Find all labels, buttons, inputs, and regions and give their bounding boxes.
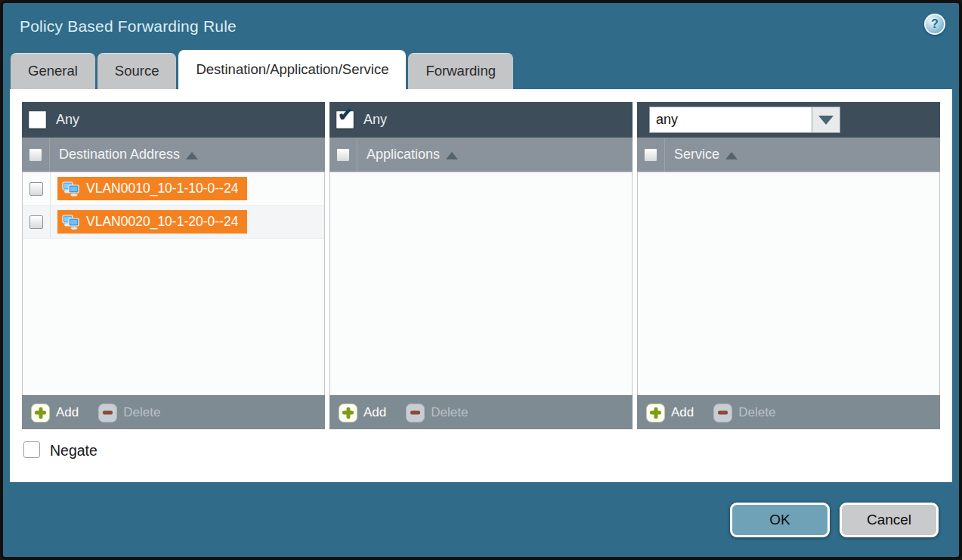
- chevron-down-icon: [818, 116, 834, 125]
- tab-forwarding[interactable]: Forwarding: [408, 53, 513, 89]
- applications-toolbar: Add Delete: [329, 395, 633, 429]
- tab-content-panel: Any Destination Address: [10, 89, 952, 482]
- delete-label: Delete: [123, 405, 160, 420]
- tab-destination-application-service[interactable]: Destination/Application/Service: [178, 50, 406, 89]
- header-checkbox-cell: [22, 138, 50, 172]
- service-dropdown: [649, 107, 840, 133]
- sort-asc-icon[interactable]: [446, 152, 458, 159]
- applications-column: ✔ Any Applications Add: [329, 102, 633, 429]
- columns-container: Any Destination Address: [22, 102, 940, 429]
- applications-any-checkbox[interactable]: ✔: [336, 111, 354, 128]
- service-list[interactable]: [637, 172, 940, 395]
- header-checkbox-cell: [637, 138, 665, 172]
- network-computers-icon: [62, 215, 80, 230]
- table-row[interactable]: VLAN0020_10-1-20-0--24: [23, 206, 324, 239]
- minus-icon: [98, 404, 117, 422]
- plus-icon: [339, 404, 357, 422]
- destination-toolbar: Add Delete: [22, 395, 325, 429]
- service-column: Service Add Delete: [637, 102, 940, 429]
- applications-any-bar: ✔ Any: [329, 102, 633, 138]
- column-header-label[interactable]: Destination Address: [50, 147, 180, 162]
- delete-button[interactable]: Delete: [406, 404, 468, 422]
- check-icon: ✔: [338, 106, 353, 124]
- add-button[interactable]: Add: [646, 404, 694, 422]
- address-label: VLAN0020_10-1-20-0--24: [86, 214, 238, 230]
- add-button[interactable]: Add: [339, 404, 386, 422]
- row-checkbox[interactable]: [29, 215, 43, 229]
- page-title: Policy Based Forwarding Rule: [3, 17, 237, 36]
- row-checkbox-cell: [23, 172, 51, 205]
- network-computers-icon: [62, 181, 80, 196]
- service-column-header: Service: [637, 138, 940, 172]
- service-any-bar: [637, 102, 940, 138]
- add-label: Add: [56, 405, 79, 420]
- tab-general[interactable]: General: [11, 53, 95, 89]
- table-row[interactable]: VLAN0010_10-1-10-0--24: [23, 172, 324, 206]
- tab-bar: General Source Destination/Application/S…: [3, 50, 959, 89]
- applications-list[interactable]: [329, 172, 633, 395]
- help-icon[interactable]: ?: [924, 14, 945, 35]
- row-checkbox[interactable]: [29, 182, 43, 196]
- address-label: VLAN0010_10-1-10-0--24: [86, 181, 238, 196]
- dialog-titlebar: Policy Based Forwarding Rule ?: [3, 3, 959, 50]
- address-object-vlan0020[interactable]: VLAN0020_10-1-20-0--24: [57, 210, 247, 234]
- negate-checkbox[interactable]: [23, 441, 40, 458]
- destination-any-bar: Any: [22, 102, 325, 138]
- applications-any-label: Any: [363, 112, 387, 128]
- minus-icon: [713, 404, 732, 422]
- plus-icon: [646, 404, 665, 422]
- help-glyph: ?: [931, 17, 939, 31]
- plus-icon: [31, 404, 50, 422]
- sort-asc-icon[interactable]: [186, 152, 198, 159]
- pbf-rule-dialog: Policy Based Forwarding Rule ? General S…: [0, 0, 962, 560]
- tab-source[interactable]: Source: [97, 53, 177, 89]
- destination-any-label: Any: [56, 112, 79, 128]
- sort-asc-icon[interactable]: [725, 152, 738, 159]
- negate-label: Negate: [50, 442, 97, 459]
- column-header-label[interactable]: Service: [665, 147, 719, 162]
- destination-address-list[interactable]: VLAN0010_10-1-10-0--24: [22, 172, 325, 395]
- minus-icon: [406, 404, 425, 422]
- destination-column-header: Destination Address: [22, 138, 325, 172]
- destination-any-checkbox[interactable]: [29, 111, 46, 128]
- cancel-button[interactable]: Cancel: [840, 503, 939, 537]
- service-dropdown-button[interactable]: [812, 107, 840, 133]
- delete-label: Delete: [431, 405, 468, 420]
- row-checkbox-cell: [23, 206, 51, 238]
- select-all-checkbox[interactable]: [336, 148, 350, 162]
- service-toolbar: Add Delete: [637, 395, 940, 429]
- service-dropdown-input[interactable]: [649, 107, 812, 133]
- applications-column-header: Applications: [329, 138, 633, 172]
- negate-row: Negate: [22, 429, 940, 482]
- add-button[interactable]: Add: [31, 404, 79, 422]
- dialog-action-bar: OK Cancel: [3, 482, 959, 557]
- column-header-label[interactable]: Applications: [357, 147, 440, 162]
- add-label: Add: [363, 405, 386, 420]
- delete-button[interactable]: Delete: [713, 404, 775, 422]
- header-checkbox-cell: [329, 138, 357, 172]
- select-all-checkbox[interactable]: [29, 148, 42, 162]
- ok-button[interactable]: OK: [730, 503, 830, 537]
- destination-address-column: Any Destination Address: [22, 102, 325, 429]
- delete-label: Delete: [738, 405, 775, 420]
- select-all-checkbox[interactable]: [644, 148, 657, 162]
- delete-button[interactable]: Delete: [98, 404, 160, 422]
- add-label: Add: [671, 405, 694, 420]
- address-object-vlan0010[interactable]: VLAN0010_10-1-10-0--24: [57, 177, 247, 200]
